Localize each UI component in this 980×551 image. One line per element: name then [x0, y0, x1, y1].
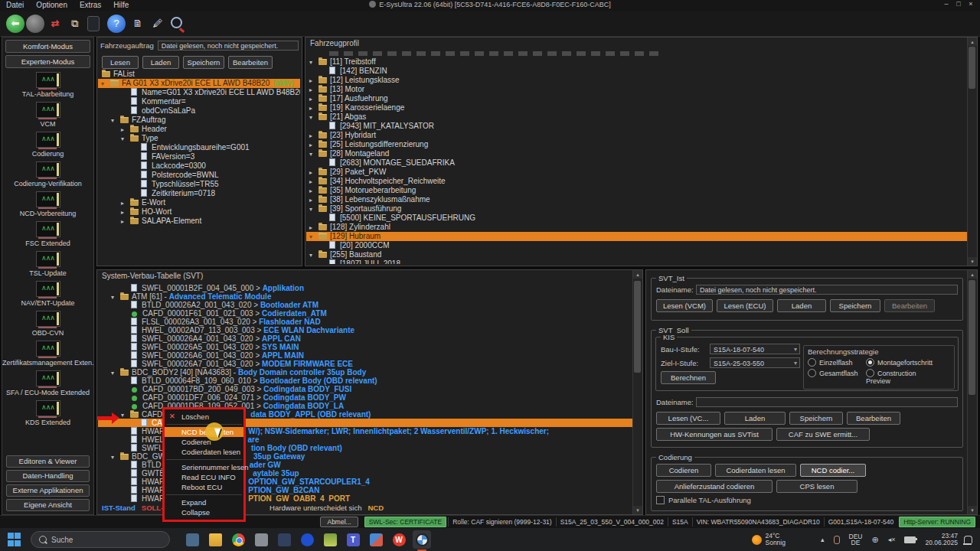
svt-soll-laden[interactable]: Laden: [724, 412, 786, 425]
menu-item-read-ecu-info[interactable]: Read ECU INFO: [165, 472, 243, 482]
minimize-button[interactable]: –: [940, 0, 952, 8]
svt-row[interactable]: SWFL_000026A5_001_043_020 > SYS MAIN: [98, 343, 632, 351]
profile-tree-row[interactable]: ▾[28] Montageland: [306, 149, 967, 158]
svt-ist-speichern[interactable]: Speichern: [830, 299, 880, 312]
svt-row[interactable]: CAFD_000017BD_200_049_003 > Codingdata B…: [98, 385, 632, 393]
sidebar-tool-codierung-verifikation[interactable]: ∧∧∧Codierung-Verifikation: [2, 161, 93, 187]
network-icon[interactable]: ⊕: [871, 535, 878, 545]
profile-tree-row[interactable]: ▸[13] Motor: [306, 85, 967, 94]
menu-optionen[interactable]: Optionen: [30, 0, 74, 10]
collapse-arrow-icon[interactable]: ▾: [309, 233, 318, 242]
fa-tree-row[interactable]: FAVersion=3: [98, 152, 300, 161]
profile-tree-row[interactable]: ▸[17] Ausfuehrung: [306, 94, 967, 103]
fa-tree-row[interactable]: ▾FA G01 X3 xDrive20i ECE LL AWD B48B20(a…: [98, 79, 300, 88]
sidebar-tool-ncd-vorbereitung[interactable]: ∧∧∧NCD-Vorbereitung: [2, 191, 93, 217]
profile-tree-row[interactable]: [1807] JULI_2018: [306, 259, 967, 264]
profile-tree-row[interactable]: ▸[38] Lebenszyklusmaßnahme: [306, 195, 967, 204]
notification-bell-icon[interactable]: [964, 536, 972, 543]
sidebar-tool-kds-extended[interactable]: ∧∧∧KDS Extended: [2, 400, 93, 426]
connect-icon[interactable]: ⇄: [46, 15, 64, 33]
svt-row[interactable]: SWFL_000026A4_001_043_020 > APPL CAN: [98, 334, 632, 343]
sidebar-button-editoren-viewer[interactable]: Editoren & Viewer: [6, 455, 90, 468]
scroll-down-icon[interactable]: ▾: [633, 506, 642, 514]
tray-chevron-icon[interactable]: ▴: [821, 536, 825, 543]
profile-tree-row[interactable]: ▸[29] Paket_PKW: [306, 168, 967, 177]
menu-datei[interactable]: Datei: [0, 0, 30, 10]
svt-row[interactable]: FLSL_000026A3_001_043_020 > Flashloader …: [98, 318, 632, 326]
menu-item-reboot-ecu[interactable]: Reboot ECU: [165, 482, 243, 492]
codierung-cps-lesen[interactable]: CPS lesen: [776, 480, 858, 493]
svt-soll-lesen-vc[interactable]: Lesen (VC...: [656, 412, 720, 425]
svt-scrollbar[interactable]: ▴ ▾: [632, 270, 642, 514]
svt-soll-caf-zu-swe-ermitt[interactable]: CAF zu SWE ermitt...: [776, 428, 870, 441]
fa-tree-row[interactable]: Lackcode=0300: [98, 161, 300, 171]
radio-montagefortschritt[interactable]: Montagefortschritt: [866, 358, 939, 367]
scroll-up-icon[interactable]: ▴: [968, 37, 977, 46]
profile-tree-row[interactable]: [2943] MIT_KATALYSATOR: [306, 122, 967, 131]
scroll-down-icon[interactable]: ▾: [968, 506, 977, 514]
sidebar-button-externe-applikationen[interactable]: Externe Applikationen: [6, 484, 90, 497]
svt-row[interactable]: CAFD_00001DF7_006_024_071 > Codingdata B…: [98, 393, 632, 402]
menu-item-seriennummer-lesen[interactable]: Seriennummer lesen: [165, 462, 243, 472]
logout-button[interactable]: Abmel...: [320, 517, 358, 527]
help-icon[interactable]: ?: [107, 15, 126, 33]
fa-bearbeiten[interactable]: Bearbeiten: [228, 56, 273, 69]
codierung-anlieferzustand-codieren[interactable]: Anlieferzustand codieren: [656, 480, 773, 493]
profile-tree-row[interactable]: [2683] MONTAGE_SUEDAFRIKA: [306, 158, 967, 168]
taskbar-app-snipping-tool[interactable]: [367, 530, 385, 549]
fa-tree-row[interactable]: ▸E-Wort: [98, 198, 300, 207]
sidebar-tool-tal-abarbeitung[interactable]: ∧∧∧TAL-Abarbeitung: [2, 72, 93, 98]
taskbar-app-monitor-app[interactable]: [321, 530, 339, 549]
fa-tree-row[interactable]: Kommentar=: [98, 97, 300, 106]
collapse-arrow-icon[interactable]: ▾: [101, 80, 109, 89]
sidebar-tool-nav-ent-update[interactable]: ∧∧∧NAV/ENT-Update: [2, 281, 93, 307]
right-panel-scrollbar[interactable]: ▴ ▾: [967, 270, 977, 514]
mode-button-komfort-modus[interactable]: Komfort-Modus: [5, 40, 90, 53]
profile-tree-row[interactable]: ▾[39] Sportausführung: [306, 204, 967, 214]
scroll-up-icon[interactable]: ▴: [633, 270, 642, 279]
menu-hilfe[interactable]: Hilfe: [107, 0, 135, 10]
fa-tree-row[interactable]: FAList: [98, 70, 300, 79]
fa-tree-row[interactable]: ▸Header: [98, 125, 300, 134]
svt-ist-dateiname-field[interactable]: Datei gelesen, noch nicht gespeichert.: [696, 285, 958, 295]
bau-i-stufe-select[interactable]: S15A-18-07-540▾: [710, 344, 800, 354]
collapse-arrow-icon[interactable]: ▾: [309, 113, 318, 122]
svt-row[interactable]: ▾ATM [61] - Advanced Telematic Module: [98, 292, 632, 301]
profile-tree-row[interactable]: ▾[255] Baustand: [306, 250, 967, 259]
radio-construction-preview[interactable]: Construction Preview: [866, 369, 939, 385]
fa-tree-row[interactable]: ▸SALAPA-Element: [98, 217, 300, 226]
menu-item-ncd-bearbeiten[interactable]: NCD bearbeiten: [165, 427, 243, 437]
menu-item-codierdaten-lesen[interactable]: Codierdaten lesen: [165, 447, 243, 457]
forward-icon[interactable]: [26, 15, 44, 33]
start-button[interactable]: [8, 533, 21, 546]
back-icon[interactable]: ⬅: [6, 15, 24, 33]
taskbar-app-esys[interactable]: [413, 530, 431, 549]
sidebar-button-daten-handling[interactable]: Daten-Handling: [6, 470, 90, 482]
profile-tree-row[interactable]: ▸[128] Zylinderzahl: [306, 223, 967, 232]
sidebar-tool-obd-cvn[interactable]: ∧∧∧OBD-CVN: [2, 311, 93, 337]
weather-widget[interactable]: 24°CSonnig: [766, 533, 786, 546]
collapse-arrow-icon[interactable]: ▾: [309, 58, 318, 67]
fa-tree-row[interactable]: ▾Type: [98, 134, 300, 143]
profile-tree-row[interactable]: ▾[129] Hubraum: [306, 232, 967, 241]
codierung-codieren[interactable]: Codieren: [656, 464, 711, 477]
svt-row[interactable]: SWFL_00001B2F_004_045_000 > Applikation: [98, 284, 632, 292]
profile-tree-row[interactable]: ▾[21] Abgas: [306, 112, 967, 122]
fa-tree-row[interactable]: Typschlüssel=TR55: [98, 180, 300, 189]
fa-tree-row[interactable]: obdCvnSaLaPa: [98, 106, 300, 116]
profile-tree-row[interactable]: [5500] KEINE_SPORTAUSFUEHRUNG: [306, 214, 967, 223]
radio-einzelflash[interactable]: Einzelflash: [808, 358, 866, 367]
profile-tree-row[interactable]: ▸[34] Hochvoltspeicher_Reichweite: [306, 177, 967, 186]
sidebar-tool-fsc-extended[interactable]: ∧∧∧FSC Extended: [2, 221, 93, 247]
menu-extras[interactable]: Extras: [74, 0, 107, 10]
taskbar-app-lock-app[interactable]: [298, 530, 316, 549]
svt-ist-lesen-ecu[interactable]: Lesen (ECU): [717, 299, 773, 312]
fa-tree-row[interactable]: ▸HO-Wort: [98, 207, 300, 217]
fa-filename-field[interactable]: Datei gelesen, noch nicht gespeichert.: [158, 41, 299, 51]
collapse-arrow-icon[interactable]: ▾: [121, 411, 129, 419]
sidebar-tool-codierung[interactable]: ∧∧∧Codierung: [2, 132, 93, 158]
profile-tree-row[interactable]: ▸[23] Hybridart: [306, 131, 967, 140]
svt-row[interactable]: SWFL_000026A6_001_043_020 > APPL MAIN: [98, 351, 632, 360]
svt-row[interactable]: BTLD_000026A2_001_043_020 > Bootloader A…: [98, 301, 632, 309]
menu-item-expand[interactable]: Expand: [165, 497, 243, 507]
